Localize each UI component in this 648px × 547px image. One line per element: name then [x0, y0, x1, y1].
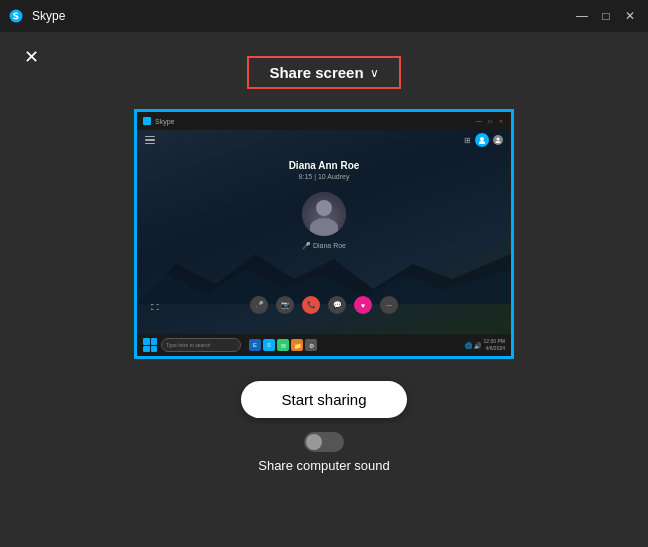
volume-icon: 🔊	[474, 342, 481, 349]
maximize-button[interactable]: □	[596, 6, 616, 26]
share-screen-dropdown[interactable]: Share screen ∨	[247, 56, 400, 89]
toggle-area: Share computer sound	[258, 432, 390, 473]
title-bar-controls: — □ ✕	[572, 6, 640, 26]
chevron-down-icon: ∨	[370, 66, 379, 80]
svg-point-5	[497, 138, 500, 141]
silhouette-head	[316, 200, 332, 216]
win-square-2	[151, 338, 158, 345]
windows-start-icon	[143, 338, 157, 352]
hamburger-line-3	[145, 143, 155, 145]
svg-point-4	[479, 141, 485, 144]
share-screen-label: Share screen	[269, 64, 363, 81]
skype-topbar-right: ⊞	[464, 133, 503, 147]
win-square-3	[143, 346, 150, 353]
preview-minimize-btn: —	[475, 117, 483, 125]
hamburger-line-1	[145, 136, 155, 138]
preview-app-icon	[143, 117, 151, 125]
preview-titlebar-title: Skype	[155, 118, 174, 125]
start-sharing-button[interactable]: Start sharing	[241, 381, 406, 418]
taskbar-app-3: ✉	[277, 339, 289, 351]
title-bar-left: Skype	[8, 8, 65, 24]
win-square-1	[143, 338, 150, 345]
title-bar-title: Skype	[32, 9, 65, 23]
svg-point-6	[496, 141, 501, 143]
sound-toggle-label: Share computer sound	[258, 458, 390, 473]
video-btn: 📷	[276, 296, 294, 314]
taskbar-time-line2: 4/6/2024	[484, 345, 505, 352]
skype-logo-icon	[8, 8, 24, 24]
taskbar-search-bar: Type here to search	[161, 338, 241, 352]
taskbar-time: 12:00 PM 4/6/2024	[484, 338, 505, 352]
screen-preview: Skype — □ ✕	[137, 112, 511, 356]
contact-sub: 8:15 | 10 Audrey	[289, 173, 360, 180]
taskbar-app-2: S	[263, 339, 275, 351]
taskbar-app-1: E	[249, 339, 261, 351]
skype-topbar: ⊞	[137, 130, 511, 150]
preview-maximize-btn: □	[486, 117, 494, 125]
mountains-background	[137, 244, 511, 304]
preview-titlebar-right: — □ ✕	[475, 117, 505, 125]
silhouette-body	[310, 218, 338, 236]
avatar-circle	[302, 192, 346, 236]
taskbar-app-5: ⚙	[305, 339, 317, 351]
preview-titlebar-left: Skype	[143, 117, 174, 125]
hamburger-line-2	[145, 139, 155, 141]
screen-preview-wrapper: Skype — □ ✕	[134, 109, 514, 359]
taskbar-app-4: 📁	[291, 339, 303, 351]
more-btn: ···	[380, 296, 398, 314]
avatar-inner	[302, 192, 346, 236]
toggle-knob	[306, 434, 322, 450]
taskbar-search-text: Type here to search	[166, 342, 210, 348]
avatar-btn-2	[493, 135, 503, 145]
preview-taskbar: Type here to search E S ✉ 📁 ⚙ 🌐 🔊	[137, 334, 511, 356]
taskbar-sys-icons: 🌐 🔊	[465, 342, 481, 349]
call-controls: 🎤 📷 📞 💬 ♥ ···	[137, 296, 511, 314]
minimize-button[interactable]: —	[572, 6, 592, 26]
contact-area: Diana Ann Roe 8:15 | 10 Audrey	[289, 160, 360, 180]
preview-titlebar: Skype — □ ✕	[137, 112, 511, 130]
taskbar-time-line1: 12:00 PM	[484, 338, 505, 345]
sound-toggle[interactable]	[304, 432, 344, 452]
skype-call-content: ⊞ Diana Ann Roe 8:15 | 10 Audrey	[137, 130, 511, 334]
heart-btn: ♥	[354, 296, 372, 314]
dialog-close-button[interactable]: ✕	[24, 48, 39, 66]
avatar-btn-1	[475, 133, 489, 147]
contact-name: Diana Ann Roe	[289, 160, 360, 171]
taskbar-app-icons: E S ✉ 📁 ⚙	[249, 339, 317, 351]
chat-btn: 💬	[328, 296, 346, 314]
preview-close-btn: ✕	[497, 117, 505, 125]
svg-point-3	[480, 137, 484, 141]
network-icon: 🌐	[465, 342, 472, 349]
mute-btn: 🎤	[250, 296, 268, 314]
title-bar: Skype — □ ✕	[0, 0, 648, 32]
hamburger-icon	[145, 136, 155, 145]
win-square-4	[151, 346, 158, 353]
taskbar-right: 🌐 🔊 12:00 PM 4/6/2024	[465, 338, 505, 352]
avatar-area	[302, 192, 346, 236]
grid-icon: ⊞	[464, 136, 471, 145]
window-close-button[interactable]: ✕	[620, 6, 640, 26]
main-content: ✕ Share screen ∨ Skype — □ ✕	[0, 32, 648, 489]
end-call-btn: 📞	[302, 296, 320, 314]
